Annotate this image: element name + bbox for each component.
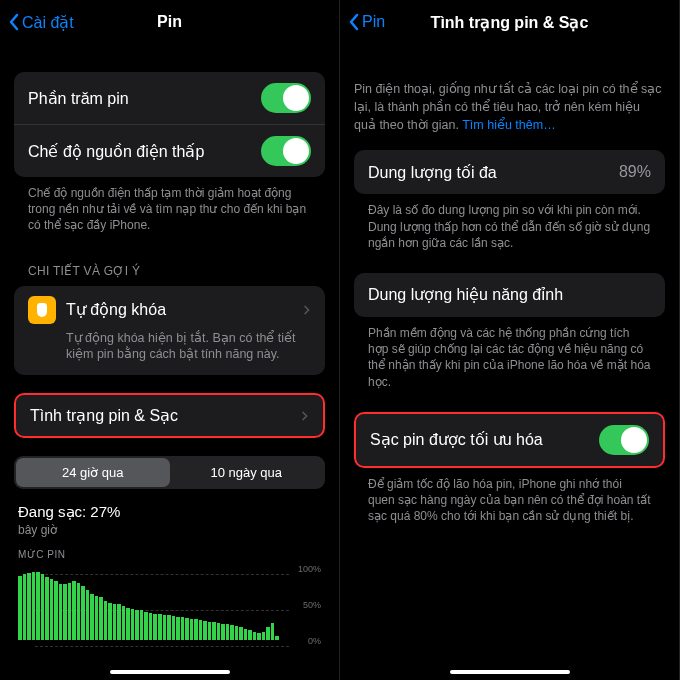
chart-bar (153, 614, 157, 640)
chart-bar (144, 612, 148, 641)
chart-bar (217, 623, 221, 640)
seg-24h[interactable]: 24 giờ qua (16, 458, 170, 487)
page-title: Pin (157, 13, 182, 31)
chart-bar (54, 581, 58, 640)
chart-bar (18, 576, 22, 641)
charging-subtitle: bây giờ (14, 523, 325, 545)
back-button[interactable]: Cài đặt (8, 13, 74, 32)
chart-bar (190, 619, 194, 641)
lightbulb-icon (28, 296, 56, 324)
chart-bar (36, 572, 40, 640)
chart-bar (27, 573, 31, 641)
row-label: Dung lượng hiệu năng đỉnh (368, 285, 651, 304)
navbar: Cài đặt Pin (0, 0, 339, 44)
back-label: Cài đặt (22, 13, 74, 32)
chart-bar (167, 615, 171, 640)
chart-bar (176, 617, 180, 641)
optimized-charging-row[interactable]: Sạc pin được tối ưu hóa (354, 412, 665, 468)
row-label: Sạc pin được tối ưu hóa (370, 430, 599, 449)
settings-group: Phần trăm pin Chế độ nguồn điện thấp (14, 72, 325, 177)
tick-50: 50% (303, 600, 321, 610)
learn-more-link[interactable]: Tìm hiểu thêm… (462, 118, 555, 132)
chart-bar (257, 633, 261, 640)
chart-bar (95, 596, 99, 641)
chart-bar (221, 624, 225, 641)
chart-bar (158, 614, 162, 640)
chart-bar (126, 608, 130, 640)
row-label: Tình trạng pin & Sạc (30, 406, 301, 425)
low-power-toggle[interactable] (261, 136, 311, 166)
chart-bar (163, 615, 167, 640)
chevron-right-icon (301, 410, 309, 422)
max-capacity-footer: Đây là số đo dung lượng pin so với khi p… (354, 194, 665, 263)
chart-bar (104, 601, 108, 641)
seg-10d[interactable]: 10 ngày qua (170, 458, 324, 487)
chart-bar (90, 594, 94, 641)
tick-0: 0% (308, 636, 321, 646)
low-power-footer: Chế độ nguồn điện thấp tạm thời giảm hoạ… (14, 177, 325, 246)
page-title: Tình trạng pin & Sạc (431, 13, 589, 32)
tip-subtitle: Tự động khóa hiện bị tắt. Bạn có thể tiế… (28, 324, 311, 366)
row-label: Dung lượng tối đa (368, 163, 619, 182)
chart-bar (68, 583, 72, 641)
home-indicator[interactable] (110, 670, 230, 674)
back-button[interactable]: Pin (348, 13, 385, 31)
chart-bar (271, 623, 275, 640)
content: Phần trăm pin Chế độ nguồn điện thấp Chế… (0, 44, 339, 680)
chart-bar (135, 610, 139, 640)
navbar: Pin Tình trạng pin & Sạc (340, 0, 679, 44)
chart-bar (117, 604, 121, 640)
chart-bar (131, 609, 135, 640)
low-power-mode-row[interactable]: Chế độ nguồn điện thấp (14, 124, 325, 177)
chart-bar (203, 621, 207, 640)
chart-bar (45, 577, 49, 640)
chart-bar (185, 618, 189, 640)
chart-bar (208, 622, 212, 641)
chart-bar (199, 620, 203, 640)
chart-bar (253, 632, 257, 641)
peak-performance-row[interactable]: Dung lượng hiệu năng đỉnh (354, 273, 665, 317)
auto-lock-tip[interactable]: Tự động khóa Tự động khóa hiện bị tắt. B… (14, 286, 325, 376)
home-indicator[interactable] (450, 670, 570, 674)
optimized-charging-toggle[interactable] (599, 425, 649, 455)
chart-bar (262, 632, 266, 641)
row-label: Phần trăm pin (28, 89, 261, 108)
back-label: Pin (362, 13, 385, 31)
battery-percentage-row[interactable]: Phần trăm pin (14, 72, 325, 124)
chart-bar (172, 616, 176, 640)
battery-level-chart: 100% 50% 0% (18, 564, 321, 660)
time-range-segmented[interactable]: 24 giờ qua 10 ngày qua (14, 456, 325, 489)
optimized-footer: Để giảm tốc độ lão hóa pin, iPhone ghi n… (354, 468, 665, 537)
chart-bar (235, 626, 239, 640)
intro-text: Pin điện thoại, giống như tất cả các loạ… (340, 44, 679, 150)
chart-bar (212, 622, 216, 640)
chart-bar (23, 574, 27, 640)
chart-bar (244, 629, 248, 641)
chart-bar (72, 581, 76, 640)
tick-100: 100% (298, 564, 321, 574)
chart-bar (239, 627, 243, 640)
battery-percentage-toggle[interactable] (261, 83, 311, 113)
content: Dung lượng tối đa 89% Đây là số đo dung … (340, 150, 679, 556)
battery-settings-screen: Cài đặt Pin Phần trăm pin Chế độ nguồn đ… (0, 0, 340, 680)
chart-bar (226, 624, 230, 640)
chart-bar (181, 617, 185, 640)
chart-bar (99, 597, 103, 640)
chart-bar (113, 604, 117, 640)
row-value: 89% (619, 163, 651, 181)
battery-health-screen: Pin Tình trạng pin & Sạc Pin điện thoại,… (340, 0, 680, 680)
max-capacity-row[interactable]: Dung lượng tối đa 89% (354, 150, 665, 194)
chevron-right-icon (303, 304, 311, 316)
chart-bar (81, 586, 85, 640)
chart-bar (275, 636, 279, 640)
chart-bar (266, 627, 270, 640)
chart-bar (50, 579, 54, 640)
chevron-left-icon (8, 13, 20, 31)
chart-bar (122, 606, 126, 641)
chart-bar (32, 572, 36, 640)
suggestions-group: Tự động khóa Tự động khóa hiện bị tắt. B… (14, 286, 325, 376)
chart-bar (41, 574, 45, 640)
max-capacity-group: Dung lượng tối đa 89% (354, 150, 665, 194)
row-label: Chế độ nguồn điện thấp (28, 142, 261, 161)
battery-health-row[interactable]: Tình trạng pin & Sạc (14, 393, 325, 438)
